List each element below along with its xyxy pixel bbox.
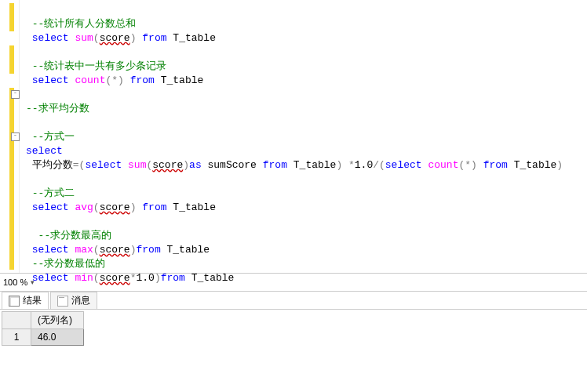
grid-icon bbox=[9, 296, 20, 307]
tab-label: 结果 bbox=[23, 294, 42, 307]
code-line: select count(*) from T_table bbox=[26, 74, 203, 86]
code-line bbox=[26, 117, 32, 129]
row-number: 1 bbox=[2, 329, 31, 346]
grid-corner bbox=[2, 312, 31, 329]
code-line: --求平均分数 bbox=[26, 103, 89, 114]
code-line: --统计表中一共有多少条记录 bbox=[26, 60, 166, 72]
code-line bbox=[26, 46, 32, 58]
table-row[interactable]: 1 46.0 bbox=[2, 329, 84, 346]
results-grid[interactable]: (无列名) 1 46.0 bbox=[2, 311, 84, 346]
code-line: --方式二 bbox=[26, 187, 75, 199]
sql-editor[interactable]: - - --统计所有人分数总和 select sum(score) from T… bbox=[0, 0, 587, 274]
results-panel: (无列名) 1 46.0 bbox=[0, 311, 587, 346]
code-line bbox=[26, 216, 32, 227]
code-line: select max(score)from T_table bbox=[26, 244, 210, 256]
code-line: select avg(score) from T_table bbox=[26, 201, 216, 213]
change-marker bbox=[9, 45, 14, 74]
code-line: --求分数最高的 bbox=[26, 230, 111, 241]
code-content[interactable]: --统计所有人分数总和 select sum(score) from T_tab… bbox=[20, 0, 563, 273]
column-header[interactable]: (无列名) bbox=[31, 312, 84, 329]
code-line: select min(score*1.0)from T_table bbox=[26, 272, 234, 284]
code-line: --统计所有人分数总和 bbox=[26, 18, 136, 30]
code-line: select bbox=[26, 145, 63, 157]
message-icon bbox=[57, 296, 68, 307]
fold-toggle-icon[interactable]: - bbox=[11, 90, 20, 99]
zoom-dropdown-icon[interactable]: ▾ bbox=[31, 278, 35, 286]
cell-value[interactable]: 46.0 bbox=[31, 329, 84, 346]
code-line: 平均分数=(select sum(score)as sumScore from … bbox=[26, 159, 563, 171]
change-marker bbox=[9, 3, 14, 31]
table-header-row: (无列名) bbox=[2, 312, 84, 329]
tab-label: 消息 bbox=[71, 294, 90, 307]
fold-toggle-icon[interactable]: - bbox=[11, 132, 20, 141]
tab-results[interactable]: 结果 bbox=[2, 292, 49, 309]
tab-messages[interactable]: 消息 bbox=[50, 292, 97, 309]
code-line: --求分数最低的 bbox=[26, 258, 105, 270]
code-line bbox=[26, 89, 32, 100]
code-line: --方式一 bbox=[26, 131, 75, 143]
editor-gutter: - - bbox=[0, 0, 20, 273]
code-line: select sum(score) from T_table bbox=[26, 32, 216, 44]
results-tabs: 结果 消息 bbox=[0, 292, 587, 310]
zoom-level: 100 % bbox=[3, 278, 27, 287]
code-line bbox=[26, 173, 32, 185]
change-marker bbox=[9, 88, 14, 270]
